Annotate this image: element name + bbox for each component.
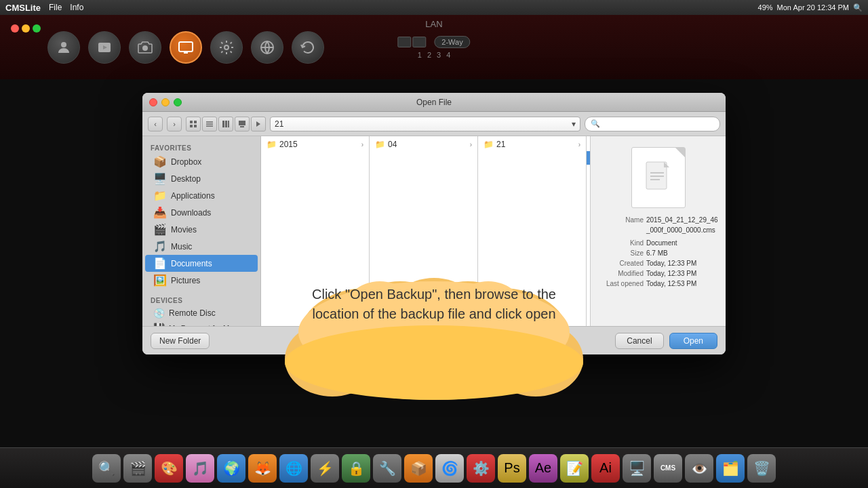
dock-item-chrome[interactable]: 🌐 [279,454,308,483]
app-name[interactable]: CMSLite [5,3,41,13]
svg-rect-21 [240,126,244,127]
dock-item-photo[interactable]: 🎨 [155,454,183,483]
dock-item-trash[interactable]: 🗑️ [747,454,776,483]
sidebar-label-downloads: Downloads [171,208,211,218]
content-area: Open File ‹ › [0,79,868,447]
view-list-btn[interactable] [202,117,217,131]
svg-marker-22 [256,121,260,127]
search-box[interactable]: 🔍 [585,117,720,131]
dock: 🔍 🎬 🎨 🎵 🌍 🦊 🌐 ⚡ 🔒 🔧 📦 🌀 ⚙️ Ps Ae 📝 Ai 🖥️… [0,447,868,488]
toolbar-btn-refresh[interactable] [292,31,324,64]
toolbar-btn-settings[interactable] [210,31,243,64]
dock-item-adobe[interactable]: Ai [591,454,620,483]
toolbar-btn-playback[interactable] [88,31,121,64]
toolbar-btn-camera[interactable] [129,31,161,64]
dock-item-photoshop[interactable]: Ps [498,454,526,483]
sidebar-label-dropbox: Dropbox [171,157,201,167]
dock-item-tools[interactable]: 🔧 [373,454,401,483]
sidebar-label-applications: Applications [171,191,215,201]
svg-rect-11 [194,121,197,123]
view-more-btn[interactable] [251,117,266,131]
sidebar-label-pictures: Pictures [171,276,200,285]
window-close-btn[interactable] [149,98,157,106]
search-icon[interactable]: 🔍 [853,3,863,12]
devices-label: DEVICES [142,294,260,306]
remote-disc-icon: 💿 [153,308,165,319]
dock-item-preview[interactable]: 👁️ [685,454,713,483]
window-max-btn[interactable] [174,98,182,106]
dock-item-firefox[interactable]: 🦊 [248,454,277,483]
sidebar-item-movies[interactable]: 🎬 Movies [145,221,258,238]
arrow-icon: › [578,141,580,148]
col-item-2015[interactable]: 📁 2015 › [261,138,369,151]
col-item-04[interactable]: 📁 04 › [370,138,477,151]
file-name: 2015_04_21_12_29_46_000f_0000_0000.cms [646,215,720,235]
dock-item-app4[interactable]: 🖥️ [623,454,651,483]
layout-btn-2[interactable] [412,37,426,47]
dock-item-app1[interactable]: 📦 [404,454,433,483]
min-btn[interactable] [22,24,30,33]
sidebar-item-pictures[interactable]: 🖼️ Pictures [145,272,258,289]
view-column-btn[interactable] [218,117,233,131]
new-folder-btn[interactable]: New Folder [151,333,210,349]
file-preview [631,147,686,208]
sidebar-item-downloads[interactable]: 📥 Downloads [145,204,258,221]
dialog-toolbar: ‹ › [142,112,726,136]
size-label: Size [596,248,644,258]
dock-item-app2[interactable]: 🌀 [435,454,464,483]
tab-3[interactable]: 3 [437,51,441,59]
tab-4[interactable]: 4 [446,51,450,59]
tab-1[interactable]: 1 [418,51,422,59]
svg-rect-13 [194,125,197,127]
svg-rect-18 [225,121,227,127]
nav-forward-btn[interactable]: › [167,117,182,131]
app-area: LAN [0,15,868,447]
close-btn[interactable] [11,24,19,33]
dock-item-terminal[interactable]: ⚡ [311,454,339,483]
layout-btn-1[interactable] [397,37,411,47]
dock-item-finder2[interactable]: 🗂️ [716,454,745,483]
toolbar-btn-globe[interactable] [251,31,283,64]
sidebar-label-documents: Documents [171,259,212,268]
sidebar-item-passport[interactable]: 💾 My Passport for Mac ⏏ [145,321,258,326]
dock-item-notes[interactable]: 📝 [560,454,589,483]
tab-2[interactable]: 2 [427,51,431,59]
dock-item-movies[interactable]: 🎬 [123,454,152,483]
sidebar-item-remote-disc[interactable]: 💿 Remote Disc [145,306,258,321]
toolbar-btn-user[interactable] [47,31,80,64]
arrow-icon: › [470,141,472,148]
sidebar-item-applications[interactable]: 📁 Applications [145,187,258,204]
music-icon: 🎵 [153,240,167,253]
view-icon-btn[interactable] [186,117,201,131]
nav-back-btn[interactable]: ‹ [148,117,163,131]
favorites-label: FAVORITES [142,142,260,153]
col-item-21[interactable]: 📁 21 › [478,138,586,151]
dock-item-cms[interactable]: CMS [654,454,682,483]
file-created: Today, 12:33 PM [646,258,720,268]
open-btn[interactable]: Open [669,333,717,349]
downloads-icon: 📥 [153,206,167,219]
view-cover-btn[interactable] [235,117,250,131]
sidebar-item-dropbox[interactable]: 📦 Dropbox [145,153,258,170]
cancel-btn[interactable]: Cancel [615,333,663,349]
dock-item-music[interactable]: 🎵 [186,454,214,483]
file-last-opened: Today, 12:53 PM [646,279,720,289]
dock-item-finder[interactable]: 🔍 [92,454,121,483]
menu-info[interactable]: Info [70,3,83,12]
svg-rect-17 [222,121,224,127]
max-btn[interactable] [33,24,41,33]
window-min-btn[interactable] [161,98,170,106]
dock-item-browser1[interactable]: 🌍 [217,454,245,483]
dock-item-ae[interactable]: Ae [529,454,557,483]
path-dropdown[interactable]: 21 ▾ [270,117,580,131]
dock-item-lock[interactable]: 🔒 [342,454,370,483]
kind-label: Kind [596,238,644,248]
menu-file[interactable]: File [49,3,62,12]
sidebar-item-documents[interactable]: 📄 Documents [145,255,258,272]
folder-icon: 📁 [484,140,494,149]
sidebar-item-music[interactable]: 🎵 Music [145,238,258,255]
tab-numbers: 1 2 3 4 [418,51,451,59]
dock-item-app3[interactable]: ⚙️ [467,454,495,483]
sidebar-item-desktop[interactable]: 🖥️ Desktop [145,170,258,187]
toolbar-btn-monitor[interactable] [170,31,202,64]
